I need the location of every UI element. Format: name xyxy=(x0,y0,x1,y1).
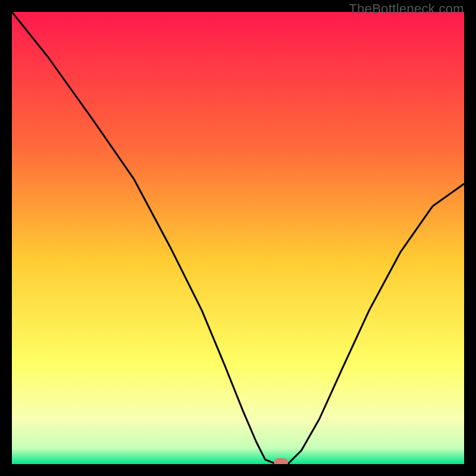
chart-svg xyxy=(12,12,464,464)
optimal-point-marker xyxy=(274,458,288,464)
chart-container: TheBottleneck.com xyxy=(0,0,476,476)
watermark-text: TheBottleneck.com xyxy=(349,1,464,17)
plot-area xyxy=(12,12,464,464)
